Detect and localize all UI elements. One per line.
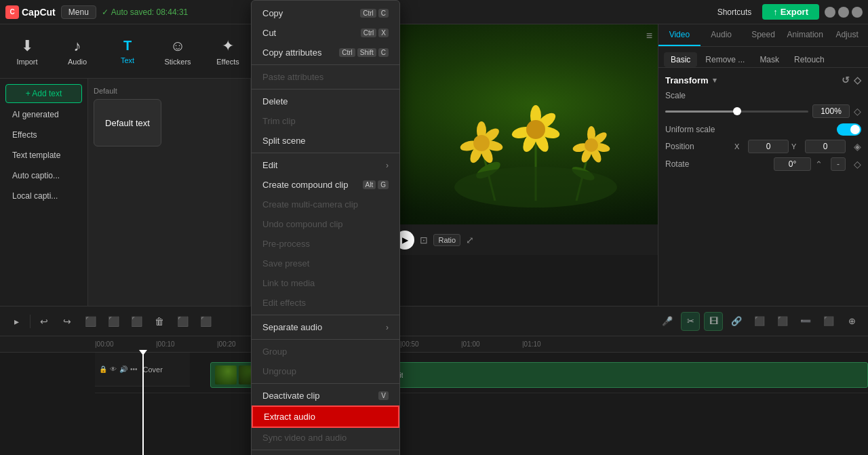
scale-input[interactable] — [812, 104, 850, 118]
tab-animation[interactable]: Animation — [784, 24, 826, 46]
tl-minus-btn[interactable]: ➖ — [796, 312, 815, 331]
subtab-basic[interactable]: Basic — [664, 52, 697, 67]
export-button[interactable]: ↑ Export — [762, 4, 819, 20]
uniform-scale-row: Uniform scale — [665, 123, 861, 136]
pos-x-input[interactable] — [748, 140, 789, 153]
ctx-extract-audio[interactable]: Extract audio — [252, 405, 399, 428]
ctx-delete[interactable]: Delete — [252, 92, 399, 111]
svg-point-18 — [526, 120, 545, 139]
subtab-remove[interactable]: Remove ... — [698, 52, 751, 67]
text-template-button[interactable]: Text template — [5, 146, 82, 164]
position-row: Position X Y ◈ — [665, 140, 861, 153]
tl-color-btn[interactable]: ⬛ — [819, 312, 838, 331]
right-tabs: Video Audio Speed Animation Adjust — [658, 24, 868, 47]
tl-mic-btn[interactable]: 🎤 — [658, 312, 677, 331]
tl-select-tool[interactable]: ▸ — [7, 312, 26, 331]
ctx-cut-shortcut: Ctrl X — [361, 28, 389, 37]
track-more-icon[interactable]: ••• — [130, 365, 138, 373]
preview-fullscreen-icon[interactable]: ⊡ — [420, 235, 428, 245]
tl-undo[interactable]: ↩ — [35, 312, 54, 331]
tl-caption-btn[interactable]: ⬛ — [773, 312, 792, 331]
ctx-group: Group — [252, 342, 399, 361]
ctx-create-compound[interactable]: Create compound clip Alt G — [252, 175, 399, 195]
tab-audio[interactable]: Audio — [701, 24, 743, 46]
ctx-create-multi: Create multi-camera clip — [252, 195, 399, 214]
tool-text[interactable]: T Text — [103, 27, 152, 76]
context-menu: Copy Ctrl C Cut Ctrl X Copy attributes C… — [251, 0, 400, 455]
tl-split[interactable]: ⬛ — [81, 312, 100, 331]
tl-delete[interactable]: 🗑 — [150, 312, 169, 331]
ctx-create-compound-label: Create compound clip — [262, 180, 348, 190]
preview-expand-icon[interactable]: ⤢ — [466, 235, 474, 245]
ctx-copy-attributes[interactable]: Copy attributes Ctrl Shift C — [252, 43, 399, 62]
tl-redo[interactable]: ↪ — [58, 312, 77, 331]
tool-import[interactable]: ⬇ Import — [3, 27, 52, 76]
tab-adjust[interactable]: Adjust — [826, 24, 868, 46]
maximize-button[interactable] — [838, 7, 849, 18]
tl-freeze[interactable]: ⬛ — [173, 312, 192, 331]
ctx-copy[interactable]: Copy Ctrl C — [252, 3, 399, 23]
preview-menu-icon[interactable]: ≡ — [646, 30, 652, 42]
local-caption-button[interactable]: Local capti... — [5, 187, 82, 205]
ratio-button[interactable]: Ratio — [433, 234, 460, 246]
tl-crop[interactable]: ⬛ — [196, 312, 215, 331]
scale-slider-thumb[interactable] — [733, 107, 741, 115]
rotate-input[interactable] — [774, 157, 811, 171]
tool-stickers-label: Stickers — [164, 58, 191, 66]
transform-reset-icon[interactable]: ↺ — [842, 75, 850, 85]
rotate-reset-btn[interactable]: - — [831, 157, 846, 171]
uniform-scale-toggle[interactable] — [837, 123, 861, 136]
tab-video[interactable]: Video — [658, 24, 701, 46]
tl-link-btn[interactable]: 🔗 — [727, 312, 746, 331]
add-text-button[interactable]: + Add text — [5, 84, 82, 103]
default-text-card[interactable]: Default text — [94, 99, 161, 146]
ctx-undo-compound-label: Undo compound clip — [262, 219, 343, 229]
tl-trim-end[interactable]: ⬛ — [127, 312, 146, 331]
shortcuts-button[interactable]: Shortcuts — [712, 5, 757, 20]
export-label: Export — [781, 7, 808, 17]
track-mute-icon[interactable]: 🔊 — [119, 365, 127, 373]
ruler-110: |01:10 — [522, 340, 541, 348]
tl-add-btn[interactable]: ⊕ — [842, 312, 861, 331]
timeline: ▸ ↩ ↪ ⬛ ⬛ ⬛ 🗑 ⬛ ⬛ 🎤 ✂ 🎞 🔗 ⬛ ⬛ ➖ ⬛ ⊕ |00:… — [0, 306, 868, 455]
ctx-separate-audio[interactable]: Separate audio › — [252, 317, 399, 337]
subtab-mask[interactable]: Mask — [753, 52, 786, 67]
tl-keyframe-btn[interactable]: ⬛ — [750, 312, 769, 331]
ai-generated-button[interactable]: AI generated — [5, 106, 82, 123]
playhead[interactable] — [142, 353, 144, 455]
subtab-retouch[interactable]: Retouch — [787, 52, 831, 67]
scale-slider[interactable] — [665, 111, 808, 113]
ctx-edit[interactable]: Edit › — [252, 155, 399, 175]
tl-video-btn[interactable]: 🎞 — [704, 312, 723, 331]
transform-expand-icon[interactable]: ▾ — [713, 76, 717, 85]
stickers-icon: ☺ — [170, 37, 185, 55]
effects-button[interactable]: Effects — [5, 126, 82, 144]
tool-effects[interactable]: ✦ Effects — [203, 27, 252, 76]
rotate-up-icon[interactable]: ⌃ — [815, 159, 823, 170]
ctx-deactivate-clip[interactable]: Deactivate clip V — [252, 386, 399, 405]
tool-audio[interactable]: ♪ Audio — [53, 27, 102, 76]
rotate-keyframe-icon[interactable]: ◇ — [854, 159, 861, 170]
track-name-label: Cover — [143, 365, 163, 374]
menu-button[interactable]: Menu — [61, 5, 96, 19]
ctx-replace-clip[interactable]: Replace clip — [252, 452, 399, 455]
ruler-100: |01:00 — [461, 340, 480, 348]
tool-stickers[interactable]: ☺ Stickers — [153, 27, 202, 76]
ctx-deactivate-shortcut: V — [378, 391, 389, 400]
tab-speed[interactable]: Speed — [743, 24, 785, 46]
tl-trim-start[interactable]: ⬛ — [104, 312, 123, 331]
track-lock-icon[interactable]: 🔒 — [99, 365, 107, 373]
ctx-cut[interactable]: Cut Ctrl X — [252, 23, 399, 43]
position-keyframe-icon[interactable]: ◈ — [854, 141, 861, 152]
minimize-button[interactable] — [825, 7, 835, 18]
scale-keyframe-icon[interactable]: ◇ — [854, 106, 861, 117]
tool-text-label: Text — [121, 56, 134, 64]
ctx-split-scene[interactable]: Split scene — [252, 131, 399, 151]
track-visible-icon[interactable]: 👁 — [110, 365, 117, 373]
tl-cut-btn[interactable]: ✂ — [681, 312, 700, 331]
auto-caption-button[interactable]: Auto captio... — [5, 167, 82, 184]
pos-y-input[interactable] — [805, 140, 846, 153]
close-button[interactable] — [852, 7, 863, 18]
transform-keyframe-icon[interactable]: ◇ — [854, 75, 861, 85]
pos-y-label: Y — [791, 142, 802, 151]
